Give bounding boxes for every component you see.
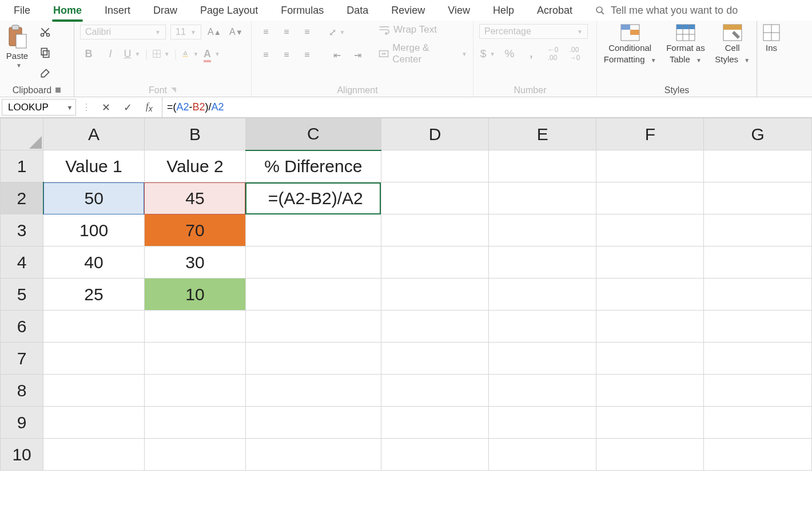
cell-D2[interactable] bbox=[381, 182, 488, 214]
paste-button[interactable]: Paste ▼ bbox=[6, 24, 29, 69]
cell-F4[interactable] bbox=[596, 246, 704, 279]
cell-C7[interactable] bbox=[245, 343, 381, 375]
tab-home[interactable]: Home bbox=[53, 5, 82, 17]
cell-G9[interactable] bbox=[704, 407, 812, 439]
cell-styles-button[interactable]: Cell Styles ▼ bbox=[715, 24, 750, 64]
decrease-decimal-button[interactable]: .00→0 bbox=[566, 46, 583, 62]
cell-F1[interactable] bbox=[596, 150, 704, 182]
cell-G2[interactable] bbox=[704, 182, 812, 214]
cell-A10[interactable] bbox=[43, 439, 145, 471]
formula-input[interactable]: =(A2-B2)/A2 bbox=[162, 97, 812, 117]
cell-B6[interactable] bbox=[144, 311, 245, 343]
cell-A6[interactable] bbox=[43, 311, 145, 343]
cell-G3[interactable] bbox=[704, 214, 812, 246]
insert-function-button[interactable]: fx bbox=[142, 101, 156, 113]
font-family-select[interactable]: Calibri▼ bbox=[80, 25, 166, 39]
cell-G1[interactable] bbox=[704, 150, 812, 182]
insert-cells-button[interactable]: Ins bbox=[763, 24, 780, 53]
cell-F2[interactable] bbox=[596, 182, 704, 214]
increase-decimal-button[interactable]: ←0.00 bbox=[544, 46, 562, 62]
cell-D1[interactable] bbox=[381, 150, 488, 182]
cell-B9[interactable] bbox=[144, 407, 245, 439]
cell-E9[interactable] bbox=[489, 407, 596, 439]
col-header-B[interactable]: B bbox=[144, 118, 245, 150]
cut-button[interactable] bbox=[37, 24, 54, 40]
cell-G4[interactable] bbox=[704, 246, 812, 279]
cell-B8[interactable] bbox=[144, 375, 245, 407]
increase-indent-button[interactable]: ⇥ bbox=[349, 47, 366, 63]
font-color-button[interactable]: A▼ bbox=[203, 46, 220, 62]
col-header-A[interactable]: A bbox=[43, 118, 145, 150]
dialog-launcher-icon[interactable] bbox=[170, 85, 177, 96]
cell-A8[interactable] bbox=[43, 375, 145, 407]
cell-A2[interactable]: 50 bbox=[43, 182, 145, 214]
cell-G7[interactable] bbox=[704, 343, 812, 375]
font-size-select[interactable]: 11▼ bbox=[170, 25, 201, 39]
cell-D7[interactable] bbox=[381, 343, 488, 375]
row-header-10[interactable]: 10 bbox=[1, 439, 43, 471]
cell-F10[interactable] bbox=[596, 439, 704, 471]
cell-C10[interactable] bbox=[245, 439, 381, 471]
cell-C6[interactable] bbox=[245, 311, 381, 343]
italic-button[interactable]: I bbox=[102, 46, 119, 62]
cell-F3[interactable] bbox=[596, 214, 704, 246]
col-header-D[interactable]: D bbox=[381, 118, 488, 150]
cell-G10[interactable] bbox=[704, 439, 812, 471]
row-header-4[interactable]: 4 bbox=[1, 246, 43, 279]
merge-center-button[interactable]: Merge & Center▼ bbox=[379, 42, 467, 65]
number-format-select[interactable]: Percentage▼ bbox=[479, 24, 588, 39]
cell-B4[interactable]: 30 bbox=[144, 246, 245, 279]
cell-D10[interactable] bbox=[381, 439, 488, 471]
cell-B7[interactable] bbox=[144, 343, 245, 375]
row-header-5[interactable]: 5 bbox=[1, 279, 43, 311]
format-painter-button[interactable] bbox=[37, 65, 54, 81]
cell-F6[interactable] bbox=[596, 311, 704, 343]
cell-F9[interactable] bbox=[596, 407, 704, 439]
align-left-button[interactable]: ≡ bbox=[257, 47, 274, 63]
align-bottom-button[interactable]: ≡ bbox=[298, 24, 316, 40]
row-header-7[interactable]: 7 bbox=[1, 343, 43, 375]
cancel-formula-button[interactable]: ✕ bbox=[99, 101, 113, 114]
tab-insert[interactable]: Insert bbox=[105, 5, 130, 17]
tab-draw[interactable]: Draw bbox=[153, 5, 177, 17]
accounting-format-button[interactable]: $▼ bbox=[479, 46, 496, 62]
cell-D4[interactable] bbox=[381, 246, 488, 279]
fill-color-button[interactable]: ▼ bbox=[181, 46, 198, 62]
orientation-button[interactable]: ⤢▼ bbox=[328, 24, 345, 40]
conditional-formatting-button[interactable]: Conditional Formatting ▼ bbox=[604, 24, 656, 64]
cell-E2[interactable] bbox=[489, 182, 596, 214]
cell-B10[interactable] bbox=[144, 439, 245, 471]
dialog-launcher-icon[interactable] bbox=[550, 85, 556, 96]
cell-E7[interactable] bbox=[489, 343, 596, 375]
spreadsheet-grid[interactable]: A B C D E F G 1 Value 1 Value 2 % Differ… bbox=[0, 118, 812, 471]
cell-A9[interactable] bbox=[43, 407, 145, 439]
enter-formula-button[interactable]: ✓ bbox=[121, 101, 134, 114]
copy-button[interactable] bbox=[37, 45, 54, 61]
tab-pagelayout[interactable]: Page Layout bbox=[200, 5, 258, 17]
cell-E8[interactable] bbox=[489, 375, 596, 407]
decrease-indent-button[interactable]: ⇤ bbox=[328, 47, 345, 63]
cell-E10[interactable] bbox=[489, 439, 596, 471]
cell-D9[interactable] bbox=[381, 407, 488, 439]
tab-help[interactable]: Help bbox=[493, 5, 514, 17]
format-as-table-button[interactable]: Format as Table ▼ bbox=[666, 24, 705, 64]
col-header-G[interactable]: G bbox=[704, 118, 812, 150]
cell-C1[interactable]: % Difference bbox=[245, 150, 381, 182]
increase-font-button[interactable]: A▲ bbox=[206, 24, 223, 40]
col-header-C[interactable]: C bbox=[245, 118, 381, 150]
row-header-2[interactable]: 2 bbox=[1, 182, 43, 214]
row-header-8[interactable]: 8 bbox=[1, 375, 43, 407]
cell-C3[interactable] bbox=[245, 214, 381, 246]
cell-A3[interactable]: 100 bbox=[43, 214, 145, 246]
cell-A5[interactable]: 25 bbox=[43, 279, 145, 311]
cell-D3[interactable] bbox=[381, 214, 488, 246]
cell-F5[interactable] bbox=[596, 279, 704, 311]
cell-C5[interactable] bbox=[245, 279, 381, 311]
name-box-input[interactable] bbox=[2, 102, 64, 113]
name-box[interactable]: ▼ bbox=[2, 99, 76, 116]
cell-F7[interactable] bbox=[596, 343, 704, 375]
cell-F8[interactable] bbox=[596, 375, 704, 407]
cell-A1[interactable]: Value 1 bbox=[43, 150, 145, 182]
align-middle-button[interactable]: ≡ bbox=[278, 24, 295, 40]
wrap-text-button[interactable]: Wrap Text bbox=[379, 24, 467, 35]
